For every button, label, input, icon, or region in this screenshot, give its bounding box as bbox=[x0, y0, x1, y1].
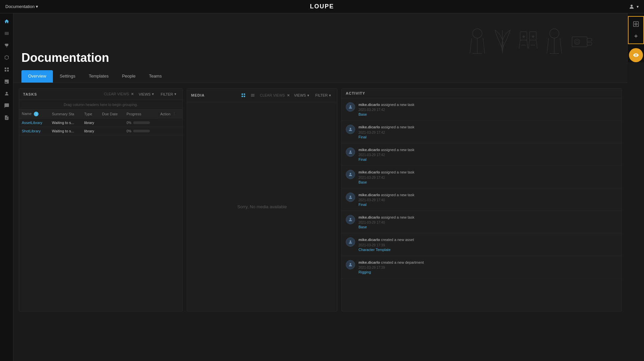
task-status-cell: Waiting to s... bbox=[49, 119, 81, 127]
film-reel-button[interactable] bbox=[630, 18, 642, 30]
sidebar-item-grid[interactable] bbox=[1, 64, 12, 75]
task-name-cell: ShotLibrary bbox=[19, 127, 49, 135]
activity-content: mike.dicarlo assigned a new task 2021-03… bbox=[358, 170, 618, 184]
col-name[interactable]: Name ↑ bbox=[19, 110, 49, 119]
task-type-cell: library bbox=[81, 119, 99, 127]
sidebar-item-home[interactable] bbox=[1, 16, 12, 27]
activity-content: mike.dicarlo assigned a new task 2021-03… bbox=[358, 193, 618, 207]
svg-line-8 bbox=[470, 38, 472, 53]
tasks-views-btn[interactable]: VIEWS ▾ bbox=[137, 91, 156, 97]
box-icon bbox=[4, 55, 9, 60]
activity-item: mike.dicarlo assigned a new task 2021-03… bbox=[342, 166, 622, 188]
activity-panel-title: ACTIVITY bbox=[346, 91, 365, 95]
sidebar-item-image[interactable] bbox=[1, 76, 12, 87]
plus-icon bbox=[633, 33, 639, 39]
plus-button[interactable] bbox=[630, 30, 642, 42]
col-due-date[interactable]: Due Date bbox=[99, 110, 124, 119]
activity-item: mike.dicarlo assigned a new task 2021-03… bbox=[342, 98, 622, 121]
tasks-panel-header: TASKS CLEAR VIEWS ✕ VIEWS ▾ FILTER ▾ bbox=[19, 89, 182, 100]
svg-line-14 bbox=[527, 40, 528, 48]
tabs-bar: Overview Settings Templates People Teams bbox=[13, 70, 627, 83]
media-view-toggles bbox=[239, 91, 257, 99]
person-icon bbox=[4, 91, 9, 96]
tasks-table-wrapper: Name ↑ Summary Sta Type Due Date Progres… bbox=[19, 110, 182, 135]
tasks-filter-btn[interactable]: FILTER ▾ bbox=[159, 91, 178, 97]
user-menu[interactable]: ▾ bbox=[629, 4, 639, 10]
media-list-view-btn[interactable] bbox=[249, 91, 257, 99]
activity-item: mike.dicarlo created a new asset 2021-03… bbox=[342, 233, 622, 256]
svg-point-35 bbox=[350, 196, 351, 197]
tab-teams[interactable]: Teams bbox=[142, 70, 168, 83]
tasks-panel-actions: CLEAR VIEWS ✕ VIEWS ▾ FILTER ▾ bbox=[103, 91, 178, 97]
sidebar-item-document[interactable] bbox=[1, 112, 12, 123]
activity-text: mike.dicarlo assigned a new task bbox=[358, 125, 618, 130]
activity-link[interactable]: Base bbox=[358, 180, 618, 184]
activity-content: mike.dicarlo assigned a new task 2021-03… bbox=[358, 215, 618, 229]
right-panel-film-section bbox=[628, 16, 644, 44]
right-panel bbox=[627, 13, 644, 62]
task-type-cell: library bbox=[81, 127, 99, 135]
col-summary-status[interactable]: Summary Sta bbox=[49, 110, 81, 119]
hero-banner: Documentation ★ bbox=[13, 13, 627, 70]
sidebar-item-box[interactable] bbox=[1, 52, 12, 63]
table-row: ShotLibrary Waiting to s... library 0% bbox=[19, 127, 182, 135]
main-content: Documentation ★ bbox=[13, 13, 644, 317]
media-grid-view-btn[interactable] bbox=[239, 91, 247, 99]
media-clear-views-btn[interactable]: CLEAR VIEWS ✕ bbox=[259, 93, 290, 98]
svg-point-4 bbox=[635, 24, 636, 25]
tab-overview[interactable]: Overview bbox=[21, 70, 53, 83]
svg-text:★: ★ bbox=[522, 35, 525, 38]
activity-link[interactable]: Base bbox=[358, 112, 618, 116]
svg-line-25 bbox=[560, 38, 562, 53]
trophy-icon bbox=[4, 43, 9, 48]
activity-link[interactable]: Character Template bbox=[358, 248, 618, 252]
task-name-link[interactable]: AssetLibrary bbox=[22, 121, 42, 125]
home-icon bbox=[4, 19, 9, 24]
media-views-btn[interactable]: VIEWS ▾ bbox=[292, 93, 311, 98]
svg-point-1 bbox=[6, 92, 7, 94]
task-name-link[interactable]: ShotLibrary bbox=[22, 129, 41, 133]
activity-text: mike.dicarlo created a new asset bbox=[358, 237, 618, 242]
activity-item: mike.dicarlo assigned a new task 2021-03… bbox=[342, 189, 622, 211]
activity-content: mike.dicarlo assigned a new task 2021-03… bbox=[358, 147, 618, 161]
activity-avatar bbox=[346, 147, 355, 157]
col-type[interactable]: Type bbox=[81, 110, 99, 119]
activity-link[interactable]: Base bbox=[358, 225, 618, 229]
activity-avatar bbox=[346, 102, 355, 112]
media-views-chevron: ▾ bbox=[307, 93, 309, 98]
svg-point-0 bbox=[631, 5, 633, 7]
media-filter-btn[interactable]: FILTER ▾ bbox=[313, 93, 333, 98]
activity-link[interactable]: Final bbox=[358, 157, 618, 161]
sidebar-item-chat[interactable] bbox=[1, 100, 12, 111]
sidebar-item-person[interactable] bbox=[1, 88, 12, 99]
svg-point-37 bbox=[350, 241, 351, 242]
col-progress[interactable]: Progress bbox=[124, 110, 158, 119]
svg-point-21 bbox=[550, 29, 559, 38]
sidebar-item-list[interactable] bbox=[1, 28, 12, 39]
sort-arrow-icon: ↑ bbox=[34, 112, 38, 116]
tab-settings[interactable]: Settings bbox=[53, 70, 82, 83]
svg-point-36 bbox=[350, 218, 351, 220]
eye-button[interactable] bbox=[629, 48, 643, 62]
more-icon[interactable]: ⋮ bbox=[172, 112, 176, 116]
tasks-clear-views-btn[interactable]: CLEAR VIEWS ✕ bbox=[103, 92, 134, 96]
tab-people[interactable]: People bbox=[115, 70, 142, 83]
activity-avatar bbox=[346, 215, 355, 224]
chat-icon bbox=[4, 103, 9, 108]
activity-link[interactable]: Rigging bbox=[358, 270, 618, 274]
activity-link[interactable]: Final bbox=[358, 135, 618, 139]
media-empty-message: Sorry, No media available bbox=[187, 102, 337, 311]
film-reel-icon bbox=[633, 21, 639, 27]
media-panel-title: MEDIA bbox=[191, 93, 205, 97]
nav-documentation[interactable]: Documentation ▾ bbox=[5, 4, 38, 9]
tasks-panel: TASKS CLEAR VIEWS ✕ VIEWS ▾ FILTER ▾ bbox=[19, 88, 183, 312]
col-action[interactable]: Action ⋮ bbox=[158, 110, 182, 118]
list-icon bbox=[4, 31, 9, 36]
svg-text:★: ★ bbox=[532, 35, 534, 38]
sidebar-item-trophy[interactable] bbox=[1, 40, 12, 51]
tasks-table: Name ↑ Summary Sta Type Due Date Progres… bbox=[19, 110, 182, 135]
hero-decorations: ★ ★ bbox=[426, 13, 627, 70]
tab-templates[interactable]: Templates bbox=[82, 70, 115, 83]
activity-link[interactable]: Final bbox=[358, 203, 618, 207]
app-logo: LOUPE bbox=[310, 3, 334, 10]
